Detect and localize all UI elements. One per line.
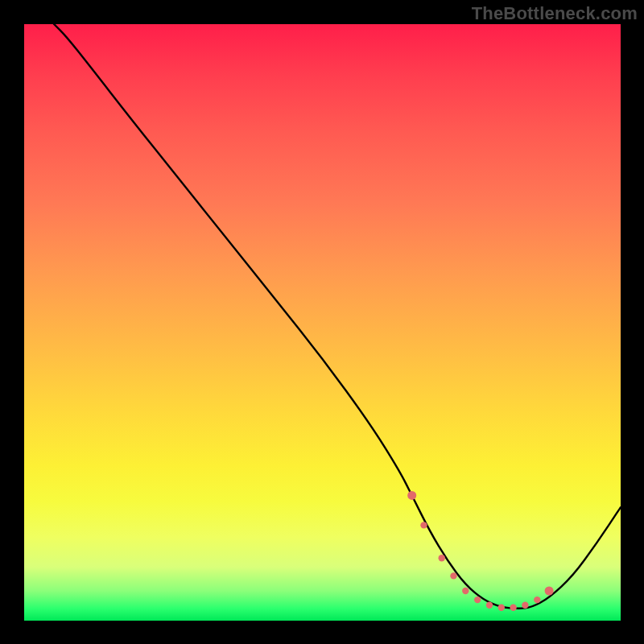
valley-marker-dot (534, 597, 540, 603)
valley-marker-dot (407, 491, 416, 500)
valley-marker-dot (522, 602, 528, 609)
valley-marker-dot (450, 572, 456, 579)
valley-marker-dot (545, 587, 554, 596)
valley-marker-group (407, 491, 553, 611)
bottleneck-curve-line (54, 24, 621, 609)
valley-marker-dot (474, 597, 481, 603)
valley-marker-dot (498, 605, 505, 611)
valley-marker-dot (439, 555, 445, 561)
valley-marker-dot (486, 602, 493, 609)
watermark-text: TheBottleneck.com (472, 3, 638, 24)
bottleneck-curve-svg (24, 24, 621, 621)
valley-marker-dot (462, 588, 469, 594)
valley-marker-dot (510, 605, 516, 611)
valley-marker-dot (420, 522, 427, 528)
chart-stage: TheBottleneck.com (0, 0, 644, 644)
plot-area (24, 24, 621, 621)
